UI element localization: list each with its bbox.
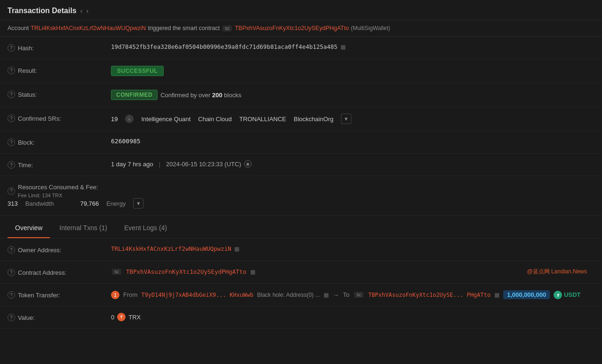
status-value: CONFIRMED Confirmed by over 200 blocks <box>111 90 594 100</box>
result-badge: SUCCESSFUL <box>111 66 164 76</box>
contract-address-label: ? Contract Address: <box>8 268 111 276</box>
block-label: ? Block: <box>8 138 111 146</box>
time-relative: 1 day 7 hrs ago <box>111 161 153 168</box>
time-help-icon[interactable]: ? <box>8 161 15 169</box>
resources-help-icon[interactable]: ? <box>8 187 15 195</box>
time-row: ? Time: 1 day 7 hrs ago | 2024-06-15 10:… <box>0 154 602 176</box>
resources-label-text: Resources Consumed & Fee: <box>18 184 98 191</box>
owner-address-copy-icon[interactable]: ▦ <box>234 246 239 252</box>
owner-help-icon[interactable]: ? <box>8 246 15 254</box>
owner-address-text[interactable]: TRLi4KskHxfACnxKzLrf2wNHauWUQpwziN <box>111 245 231 252</box>
resources-row: ? Resources Consumed & Fee: Fee Limit: 1… <box>0 176 602 216</box>
result-value: SUCCESSFUL <box>111 66 594 76</box>
time-absolute: 2024-06-15 10:23:33 (UTC) <box>166 161 241 168</box>
result-help-icon[interactable]: ? <box>8 67 15 74</box>
to-address[interactable]: TBPxhVAsuzoFnKyXtc1o2UySE... PHgATto <box>368 292 491 298</box>
owner-address-value: TRLi4KskHxfACnxKzLrf2wNHauWUQpwziN ▦ <box>111 245 594 252</box>
value-amount: 0 <box>111 314 114 321</box>
tab-event-logs[interactable]: Event Logs (4) <box>117 217 174 238</box>
from-copy-icon[interactable]: ▦ <box>324 292 329 298</box>
block-value: 62600985 <box>111 138 594 145</box>
sc-badge-to: sc <box>354 292 364 298</box>
status-badge: CONFIRMED <box>111 90 158 100</box>
sr-name-3[interactable]: TRONALLIANCE <box>239 116 286 123</box>
hash-row: ? Hash: 19d78452fb3fea328e6af0504b00996e… <box>0 37 602 59</box>
account-prefix: Account <box>8 25 29 31</box>
energy-num: 79,766 <box>80 200 99 207</box>
tab-overview[interactable]: Overview <box>8 217 50 238</box>
value-help-icon[interactable]: ? <box>8 314 15 321</box>
sr-name-2[interactable]: Chain Cloud <box>198 116 232 123</box>
contract-help-icon[interactable]: ? <box>8 269 15 276</box>
owner-address-label: ? Owner Address: <box>8 245 111 254</box>
watermark-link[interactable]: @蓝点网 Landian.News <box>527 268 587 275</box>
contract-address-row: ? Contract Address: sc TBPxhVAsuzoFnKyXt… <box>0 261 602 284</box>
sr-logo-l: L <box>125 115 134 123</box>
contract-address-header[interactable]: TBPxhVAsuzoFnKyXtc1o2UySEydPHgATto <box>235 25 349 31</box>
nav-back-icon[interactable]: ‹ <box>80 7 83 15</box>
trx-icon: T <box>117 313 126 321</box>
triggered-text: triggered the smart contract <box>148 25 220 31</box>
sc-badge-contract: sc <box>112 269 121 275</box>
transfer-amount: 1,000,000,000 <box>503 290 550 299</box>
value-token: TRX <box>128 314 141 321</box>
owner-address-row: ? Owner Address: TRLi4KskHxfACnxKzLrf2wN… <box>0 239 602 261</box>
energy-label: Energy <box>106 200 126 207</box>
token-transfer-details: 1 From T9yD14Nj9j7xAB4dbGeiX9... KHxuWwb… <box>111 290 581 299</box>
resources-label: ? Resources Consumed & Fee: Fee Limit: 1… <box>8 183 111 198</box>
time-label: ? Time: <box>8 160 111 169</box>
tabs-bar: Overview Internal Txns (1) Event Logs (4… <box>0 217 602 239</box>
block-row: ? Block: 62600985 <box>0 131 602 154</box>
block-number[interactable]: 62600985 <box>111 138 141 145</box>
resources-expand-button[interactable]: ▼ <box>133 198 143 209</box>
time-separator: | <box>159 161 160 168</box>
value-label: ? Value: <box>8 313 111 321</box>
hash-label: ? Hash: <box>8 43 111 52</box>
contract-address-value: sc TBPxhVAsuzoFnKyXtc1o2UySEydPHgATto ▦ … <box>111 268 594 276</box>
nav-forward-icon[interactable]: › <box>86 7 88 15</box>
status-label: ? Status: <box>8 90 111 98</box>
transfer-arrow-icon: → <box>333 291 339 299</box>
resources-value: 313 Bandwidth 79,766 Energy ▼ <box>8 198 143 209</box>
contract-row: sc TBPxhVAsuzoFnKyXtc1o2UySEydPHgATto ▦ <box>111 268 348 275</box>
contract-address-copy-icon[interactable]: ▦ <box>250 269 255 275</box>
clock-icon[interactable]: ◉ <box>244 160 252 168</box>
token-transfer-row: ? Token Transfer: 1 From T9yD14Nj9j7xAB4… <box>0 284 602 306</box>
status-help-icon[interactable]: ? <box>8 91 15 98</box>
blackhole-text: Black hole: Address(0) ... <box>257 292 320 298</box>
hash-value: 19d78452fb3fea328e6af0504b00996e39a8fdc7… <box>111 43 594 50</box>
sc-badge-1: sc <box>222 25 232 31</box>
status-row: ? Status: CONFIRMED Confirmed by over 20… <box>0 83 602 107</box>
confirmed-text: Confirmed by over 200 blocks <box>160 92 241 99</box>
bandwidth-label: Bandwidth <box>25 200 54 207</box>
confirmed-srs-help-icon[interactable]: ? <box>8 115 15 122</box>
from-address[interactable]: T9yD14Nj9j7xAB4dbGeiX9... KHxuWwb <box>141 292 253 298</box>
account-address[interactable]: TRLi4KskHxfACnxKzLrf2wNHauWUQpwziN <box>31 25 146 31</box>
sr-expand-button[interactable]: ▼ <box>341 114 351 124</box>
sr-count: 19 <box>111 116 118 123</box>
token-help-icon[interactable]: ? <box>8 291 15 299</box>
confirmed-srs-row: ? Confirmed SRs: 19 L Intelligence Quant… <box>0 107 602 131</box>
sr-name-1[interactable]: Intelligence Quant <box>141 116 190 123</box>
result-label: ? Result: <box>8 66 111 74</box>
block-help-icon[interactable]: ? <box>8 139 15 146</box>
tab-internal-txns[interactable]: Internal Txns (1) <box>52 217 115 238</box>
token-transfer-value: 1 From T9yD14Nj9j7xAB4dbGeiX9... KHxuWwb… <box>111 290 594 299</box>
sr-name-4[interactable]: BlockchainOrg <box>294 116 334 123</box>
to-copy-icon[interactable]: ▦ <box>494 292 499 298</box>
to-label: To <box>343 291 349 298</box>
confirmed-srs-label: ? Confirmed SRs: <box>8 114 111 122</box>
hash-copy-icon[interactable]: ▦ <box>341 44 346 50</box>
multisig-label: (MultiSigWallet) <box>351 25 390 31</box>
account-bar: Account TRLi4KskHxfACnxKzLrf2wNHauWUQpwz… <box>0 20 602 37</box>
from-label: From <box>123 291 137 298</box>
page-title: Transaction Details <box>8 7 77 15</box>
usdt-icon: ₮ USDT <box>554 291 580 299</box>
token-transfer-label: ? Token Transfer: <box>8 290 111 299</box>
fee-limit-text: Fee Limit: 134 TRX <box>18 193 98 198</box>
contract-address-text[interactable]: TBPxhVAsuzoFnKyXtc1o2UySEydPHgATto <box>126 268 246 275</box>
bandwidth-num: 313 <box>8 200 18 207</box>
token-transfer-count: 1 <box>111 291 119 299</box>
hash-help-icon[interactable]: ? <box>8 44 15 52</box>
hash-text: 19d78452fb3fea328e6af0504b00996e39a8fdc7… <box>111 43 338 50</box>
